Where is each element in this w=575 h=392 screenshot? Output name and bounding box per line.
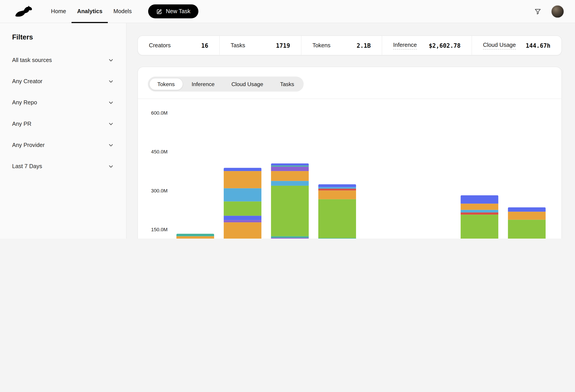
bar-segment-blue[interactable] [318, 184, 356, 187]
main-content: Creators 16 Tasks 1719 Tokens 2.1B Infer… [127, 23, 575, 239]
chevron-down-icon [108, 121, 114, 127]
bar-dec-5[interactable] [318, 184, 356, 239]
filter-repo[interactable]: Any Repo [12, 92, 114, 113]
stat-cloud-usage-value: 144.67h [526, 42, 551, 49]
stat-cloud-usage-label[interactable]: Cloud Usage [483, 42, 516, 49]
bar-segment-sky[interactable] [318, 187, 356, 189]
bar-segment-teal[interactable] [271, 236, 309, 238]
bar-segment-orange[interactable] [176, 236, 214, 239]
app-window: Home Analytics Models New Task Filters [0, 0, 575, 239]
stat-inference: Inference $2,602.78 [382, 36, 472, 55]
filter-label: Any PR [12, 121, 31, 127]
tokens-chart-card: Tokens Inference Cloud Usage Tasks 150.0… [138, 67, 562, 239]
filter-label: Last 7 Days [12, 163, 42, 170]
bar-segment-purple[interactable] [271, 167, 309, 171]
bar-segment-green[interactable] [224, 202, 261, 216]
bar-segment-blue[interactable] [508, 207, 546, 212]
chart-tab-group: Tokens Inference Cloud Usage Tasks [148, 76, 304, 91]
bar-dec-2[interactable] [176, 234, 214, 239]
filter-creator[interactable]: Any Creator [12, 71, 114, 92]
filter-provider[interactable]: Any Provider [12, 134, 114, 156]
nav-item-models[interactable]: Models [108, 0, 137, 23]
funnel-icon[interactable] [532, 6, 543, 17]
kangaroo-logo-icon [15, 5, 33, 18]
top-navigation-bar: Home Analytics Models New Task [0, 0, 575, 23]
chevron-down-icon [108, 57, 114, 63]
filter-label: Any Provider [12, 142, 45, 149]
y-axis-label: 600.0M [138, 109, 168, 117]
filter-task-sources[interactable]: All task sources [12, 49, 114, 71]
y-axis-label: 150.0M [138, 226, 168, 234]
nav-item-home[interactable]: Home [46, 0, 72, 23]
bar-segment-green[interactable] [508, 220, 546, 239]
bar-segment-green[interactable] [318, 199, 356, 238]
stat-tasks: Tasks 1719 [219, 36, 301, 55]
bar-segment-sky[interactable] [271, 181, 309, 186]
bar-segment-blue[interactable] [224, 168, 261, 171]
chart-tab-tasks[interactable]: Tasks [272, 78, 302, 90]
stat-tokens-value: 2.1B [357, 42, 371, 49]
bar-segment-orange[interactable] [508, 212, 546, 220]
chevron-down-icon [108, 163, 114, 170]
filter-label: Any Creator [12, 78, 42, 85]
bar-dec-3[interactable] [224, 168, 261, 239]
bar-segment-sky[interactable] [460, 210, 498, 212]
bar-segment-blue[interactable] [224, 216, 261, 220]
main-nav: Home Analytics Models [46, 0, 137, 23]
filters-title: Filters [12, 33, 114, 42]
bar-segment-orange[interactable] [224, 222, 261, 239]
bar-segment-red[interactable] [460, 212, 498, 215]
chevron-down-icon [108, 142, 114, 148]
topbar-right [532, 0, 564, 23]
filter-date-range[interactable]: Last 7 Days [12, 156, 114, 177]
bar-dec-4[interactable] [271, 163, 309, 239]
stat-tokens: Tokens 2.1B [301, 36, 382, 55]
filters-sidebar: Filters All task sources Any Creator Any… [0, 23, 127, 239]
y-axis-label: 450.0M [138, 148, 168, 156]
stacked-bar-chart: 150.0M300.0M450.0M600.0M Dec 2Dec 3Dec 4… [138, 99, 562, 239]
user-avatar[interactable] [551, 5, 564, 18]
bar-segment-teal[interactable] [176, 234, 214, 236]
stat-inference-value: $2,602.78 [429, 42, 460, 49]
bar-segment-blue[interactable] [271, 163, 309, 165]
stat-creators-label: Creators [149, 42, 171, 49]
stat-creators-value: 16 [201, 42, 208, 49]
bar-segment-orange[interactable] [271, 171, 309, 181]
new-task-button[interactable]: New Task [148, 4, 198, 18]
y-axis-label: 300.0M [138, 187, 168, 195]
stat-tasks-label: Tasks [231, 42, 245, 49]
stat-creators: Creators 16 [138, 36, 219, 55]
bar-segment-green[interactable] [271, 186, 309, 236]
stat-tasks-value: 1719 [276, 42, 290, 49]
bar-dec-8[interactable] [460, 195, 498, 239]
filter-label: Any Repo [12, 99, 37, 106]
bar-segment-sky[interactable] [224, 188, 261, 201]
chevron-down-icon [108, 78, 114, 85]
stats-summary-bar: Creators 16 Tasks 1719 Tokens 2.1B Infer… [138, 35, 562, 55]
bar-dec-9[interactable] [508, 207, 546, 239]
new-task-label: New Task [166, 8, 191, 15]
kangaroo-logo-icon[interactable] [15, 0, 33, 23]
stat-tokens-label: Tokens [312, 42, 331, 49]
chart-tab-tokens[interactable]: Tokens [149, 78, 183, 90]
bar-segment-green[interactable] [460, 215, 498, 239]
filter-pr[interactable]: Any PR [12, 113, 114, 134]
bar-segment-purple[interactable] [224, 220, 261, 222]
bar-segment-orange[interactable] [318, 190, 356, 199]
bar-segment-orange[interactable] [460, 204, 498, 210]
bar-segment-orange[interactable] [224, 171, 261, 188]
chart-tab-cloud-usage[interactable]: Cloud Usage [223, 78, 271, 90]
stat-cloud-usage: Cloud Usage 144.67h [472, 36, 562, 55]
compose-icon [156, 8, 163, 15]
bar-segment-purple[interactable] [271, 238, 309, 239]
filter-label: All task sources [12, 57, 52, 64]
bar-segment-teal[interactable] [318, 238, 356, 239]
chart-plot: 150.0M300.0M450.0M600.0M [138, 99, 562, 239]
chart-tab-inference[interactable]: Inference [184, 78, 222, 90]
bar-segment-blue[interactable] [460, 195, 498, 204]
stat-inference-label[interactable]: Inference [393, 42, 417, 49]
nav-item-analytics[interactable]: Analytics [72, 0, 108, 23]
bar-segment-red[interactable] [318, 189, 356, 190]
chevron-down-icon [108, 99, 114, 106]
